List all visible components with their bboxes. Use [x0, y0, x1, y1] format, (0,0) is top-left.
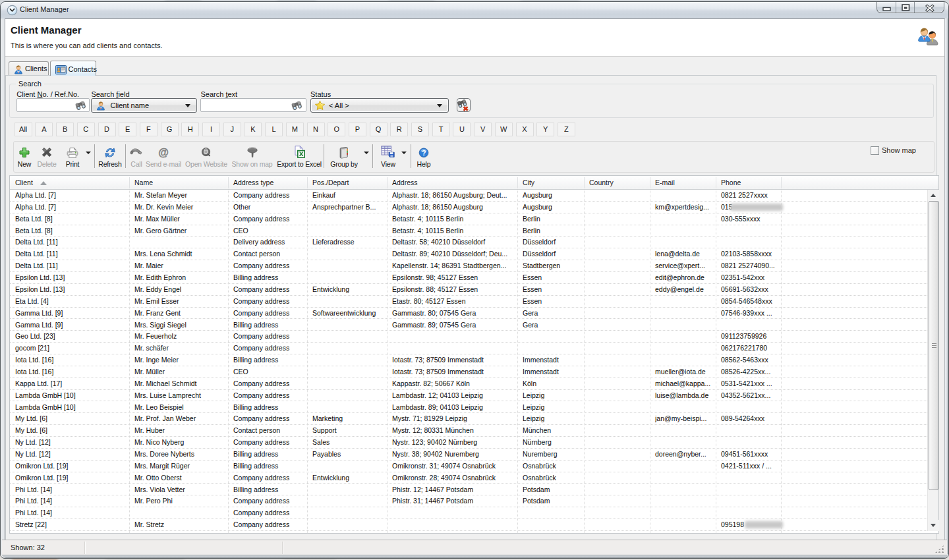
svg-text:?: ? — [422, 149, 426, 157]
svg-text:@: @ — [158, 147, 168, 158]
